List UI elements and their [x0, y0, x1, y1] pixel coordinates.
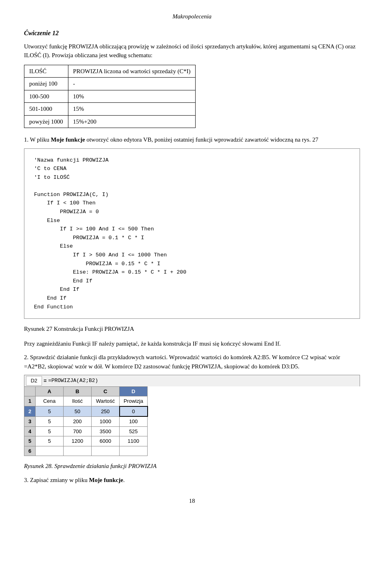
col-b-header: B [64, 386, 92, 396]
row-1-header: 1 [24, 396, 36, 406]
col-header-row: A B C D [24, 386, 148, 396]
table-row-4-col1: powyżej 1000 [24, 115, 68, 128]
step3-text-before: Zapisać zmiany w pliku [30, 477, 89, 483]
page-number: 18 [24, 496, 360, 506]
col-c-header: C [92, 386, 120, 396]
cell-a1: Cena [36, 396, 64, 406]
cell-a3: 5 [36, 416, 64, 426]
table-row-3-col2: 15% [68, 103, 196, 116]
cell-b1: Ilość [64, 396, 92, 406]
step3-number: 3. [24, 477, 28, 483]
table-col2-header: PROWIZJA liczona od wartości sprzedaży (… [68, 65, 196, 78]
cell-d5: 1100 [120, 436, 148, 446]
cell-c6 [92, 446, 120, 456]
step1-text-before: W pliku [30, 136, 51, 143]
cell-d6 [120, 446, 148, 456]
exercise-title: Ćwiczenie 12 [24, 28, 360, 38]
table-row-2-col1: 100-500 [24, 90, 68, 103]
row-6-header: 6 [24, 446, 36, 456]
table-row: 5 5 1200 6000 1100 [24, 436, 148, 446]
cell-b5: 1200 [64, 436, 92, 446]
cell-d1: Prowizja [120, 396, 148, 406]
cell-a2: 5 [36, 406, 64, 417]
step3-bold: Moje funkcje [89, 477, 123, 483]
table-row-4-col2: 15%+200 [68, 115, 196, 128]
corner-cell [24, 386, 36, 396]
cell-c4: 3500 [92, 426, 120, 436]
table-row: 1 Cena Ilość Wartość Prowizja [24, 396, 148, 406]
figure28-caption: Rysunek 28. Sprawdzenie działania funkcj… [24, 462, 360, 471]
cell-d3: 100 [120, 416, 148, 426]
step1-number: 1. [24, 136, 28, 143]
cell-a5: 5 [36, 436, 64, 446]
row-2-header: 2 [24, 406, 36, 417]
step2-content: Sprawdzić działanie funkcji dla przykład… [24, 354, 340, 370]
cell-a4: 5 [36, 426, 64, 436]
cell-b3: 200 [64, 416, 92, 426]
table-row-1-col1: poniżej 100 [24, 78, 68, 90]
header-title: Makropolecenia [172, 13, 212, 20]
cell-ref: D2 [26, 376, 42, 386]
page-header: Makropolecenia [24, 12, 360, 21]
figure27-caption: Rysunek 27 Konstrukcja Funkcji PROWIZJA [24, 324, 360, 334]
formula-value: =PROWIZJA(A2;B2) [48, 377, 98, 385]
step1-text: 1. W pliku Moje funkcje otworzyć okno ed… [24, 135, 360, 144]
row-5-header: 5 [24, 436, 36, 446]
step3-text-after: . [123, 477, 125, 483]
cell-d4: 525 [120, 426, 148, 436]
cell-b4: 700 [64, 426, 92, 436]
row-3-header: 3 [24, 416, 36, 426]
table-row-2-col2: 10% [68, 90, 196, 103]
col-d-header: D [120, 386, 148, 396]
table-row: 4 5 700 3500 525 [24, 426, 148, 436]
code-block: 'Nazwa funkcji PROWIZJA 'C to CENA 'I to… [24, 148, 360, 319]
cell-c1: Wartość [92, 396, 120, 406]
table-col1-header: ILOŚĆ [24, 65, 68, 78]
step3-text: 3. Zapisać zmiany w pliku Moje funkcje. [24, 476, 360, 485]
step2-number: 2. [24, 354, 28, 360]
table-row-3-col1: 501-1000 [24, 103, 68, 116]
table-row-1-col2: - [68, 78, 196, 90]
formula-bar: D2 = =PROWIZJA(A2;B2) [24, 375, 360, 386]
step2-text: 2. Sprawdzić działanie funkcji dla przyk… [24, 353, 360, 371]
cell-c2: 250 [92, 406, 120, 417]
cell-c3: 1000 [92, 416, 120, 426]
table-row: 2 5 50 250 0 [24, 406, 148, 417]
spreadsheet-wrapper: D2 = =PROWIZJA(A2;B2) A B C D 1 Cena Ilo… [24, 375, 360, 456]
cell-b2: 50 [64, 406, 92, 417]
col-a-header: A [36, 386, 64, 396]
intro-content: Utworzyć funkcję PROWIZJA obliczającą pr… [24, 43, 356, 59]
cell-c5: 6000 [92, 436, 120, 446]
formula-equals: = [44, 377, 47, 385]
step1-text-after: otworzyć okno edytora VB, poniżej ostatn… [85, 136, 318, 143]
cell-d2: 0 [120, 406, 148, 417]
spreadsheet-table: A B C D 1 Cena Ilość Wartość Prowizja 2 … [24, 386, 148, 456]
schema-table: ILOŚĆ PROWIZJA liczona od wartości sprze… [24, 65, 196, 128]
row-4-header: 4 [24, 426, 36, 436]
cell-a6 [36, 446, 64, 456]
step1-bold: Moje funkcje [51, 136, 85, 143]
cell-b6 [64, 446, 92, 456]
note-text: Przy zagnieżdżaniu Funkcji IF należy pam… [24, 339, 360, 348]
intro-text: Utworzyć funkcję PROWIZJA obliczającą pr… [24, 42, 360, 60]
table-row: 6 [24, 446, 148, 456]
table-row: 3 5 200 1000 100 [24, 416, 148, 426]
